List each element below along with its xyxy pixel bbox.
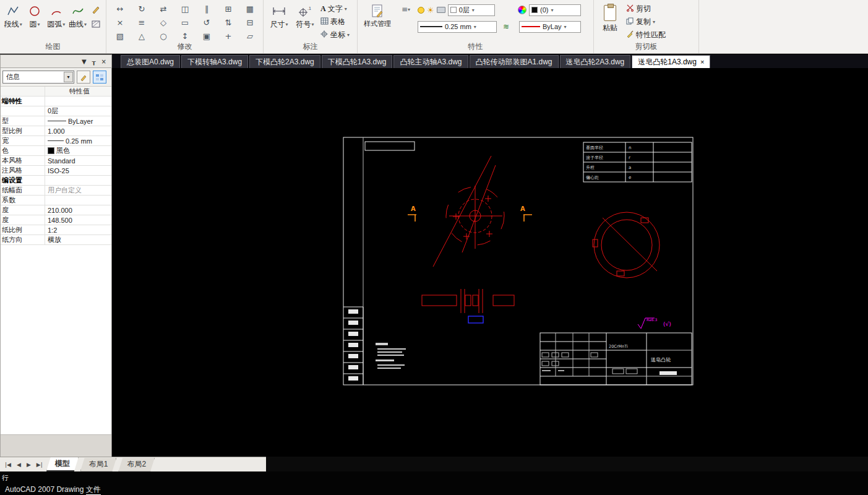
property-value[interactable]: 0层 [45, 106, 111, 116]
document-tab[interactable]: 下模凸轮1A3.dwg [322, 55, 393, 68]
linetype-select[interactable]: ByLay ▾ [519, 21, 581, 33]
modify-tool[interactable]: × [110, 16, 131, 29]
document-tab[interactable]: 下模凸轮2A3.dwg [249, 55, 320, 68]
revision-strip[interactable] [343, 307, 363, 385]
modify-tool[interactable]: △ [131, 30, 152, 43]
style-manager-button[interactable]: 样式管理 [361, 1, 394, 33]
property-value[interactable]: ByLayer [45, 116, 111, 126]
modify-tool-icon: ⇄ [160, 4, 167, 14]
coordinate-tool[interactable]: 坐标▾ [319, 29, 351, 40]
modify-tool[interactable]: + [218, 30, 239, 43]
text-tool[interactable]: A 文字▾ [319, 3, 351, 14]
modify-tool[interactable]: ▧ [110, 30, 131, 43]
document-tab[interactable]: 送皂凸轮1A3.dwg × [632, 55, 710, 68]
lineweight-select[interactable]: 0.25 mm ▾ [418, 21, 497, 33]
modify-tool[interactable]: ≡ [131, 16, 152, 29]
color-wheel-icon[interactable] [518, 6, 526, 14]
modify-tool[interactable]: ○ [153, 30, 174, 43]
polyline-tool[interactable]: 段线▾ [3, 1, 24, 30]
modify-tool[interactable]: ◇ [153, 16, 174, 29]
table-tool[interactable]: 表格 [319, 16, 351, 27]
drawing-canvas[interactable]: 基圆半径 n 滚子半径 r 升程 a 偏心距 e [112, 68, 868, 457]
tab-layout1[interactable]: 布局1 [80, 458, 117, 471]
selection-combo[interactable]: 信息 ▾ [2, 71, 74, 84]
document-tab[interactable]: 凸轮传动部装图A1.dwg [470, 55, 559, 68]
property-value[interactable] [45, 176, 111, 185]
palette-pin-icon[interactable]: ┰ [92, 58, 96, 65]
layer-select[interactable]: 0层 ▾ [448, 4, 495, 16]
property-value[interactable]: 特性值 [45, 87, 111, 96]
modify-tool[interactable]: ⊟ [239, 16, 260, 29]
palette-close-icon[interactable]: × [101, 58, 106, 65]
property-value[interactable]: 1:2 [45, 225, 111, 235]
modify-tool[interactable]: ↺ [196, 16, 217, 29]
color-select[interactable]: (0) ▾ [529, 4, 581, 16]
modify-tool[interactable]: ↻ [131, 2, 152, 15]
modify-tool[interactable]: ⇅ [218, 16, 239, 29]
technical-notes[interactable] [376, 343, 406, 369]
property-value[interactable]: 0.25 mm [45, 136, 111, 145]
match-properties-button[interactable]: 特性匹配 [624, 29, 668, 40]
modify-tool[interactable]: ▣ [196, 30, 217, 43]
document-tab[interactable]: 送皂凸轮2A3.dwg [560, 55, 631, 68]
palette-collapse-icon[interactable]: ▼ [82, 58, 87, 65]
property-value[interactable]: 148.500 [45, 215, 111, 225]
modify-tool[interactable]: ⇄ [153, 2, 174, 15]
tab-close-icon[interactable]: × [700, 58, 704, 66]
document-tab[interactable]: 下模转轴A3.dwg [181, 55, 248, 68]
symbol-tool[interactable]: .1 符号▾ [293, 1, 317, 30]
edit-properties-button[interactable] [77, 71, 90, 84]
circle-tool[interactable]: 圆▾ [25, 1, 45, 30]
document-tab[interactable]: 总装图A0.dwg [121, 55, 180, 68]
layout-tab-strip: |◀ ◀ ▶ ▶| 模型 布局1 布局2 [0, 457, 266, 471]
property-value[interactable]: 用户自定义 [45, 186, 111, 195]
property-value[interactable]: 黑色 [45, 146, 111, 155]
multiline-icon[interactable]: ≋ [499, 20, 513, 33]
prev-tab-button[interactable]: ◀ [15, 462, 23, 468]
pencil-icon[interactable] [89, 3, 103, 15]
spline-tool[interactable]: 曲线▾ [67, 1, 88, 30]
property-value[interactable]: 1.000 [45, 126, 111, 136]
command-line-text[interactable]: 行 [2, 473, 9, 483]
style-menu-icon[interactable]: ≡▾ [399, 3, 413, 15]
layer-thaw-icon[interactable]: ☀ [427, 6, 434, 15]
document-tab[interactable]: 凸轮主动轴A3.dwg [393, 55, 468, 68]
layer-settings-button[interactable] [93, 71, 106, 84]
modify-tool[interactable]: ▦ [239, 2, 260, 15]
property-value[interactable]: ISO-25 [45, 166, 111, 175]
property-value[interactable] [45, 196, 111, 205]
cam-parameter-table[interactable]: 基圆半径 n 滚子半径 r 升程 a 偏心距 e [583, 142, 692, 182]
surface-roughness-symbols[interactable]: Ra6.3 (√) [638, 317, 671, 329]
dimension-tool[interactable]: 尺寸▾ [267, 1, 291, 30]
cam-front-view[interactable] [433, 156, 504, 267]
paste-button[interactable]: 粘贴 [597, 1, 623, 33]
copy-button[interactable]: 复制▾ [624, 16, 668, 27]
property-value[interactable]: 横放 [45, 235, 111, 244]
layer-print-icon[interactable] [437, 7, 445, 13]
property-value[interactable] [45, 97, 111, 106]
modify-tool[interactable]: ▱ [239, 30, 260, 43]
hatch-icon[interactable] [89, 18, 103, 30]
modify-tool[interactable]: ⊞ [218, 2, 239, 15]
property-value[interactable]: Standard [45, 156, 111, 165]
tab-layout2[interactable]: 布局2 [118, 458, 155, 471]
tab-model[interactable]: 模型 [46, 457, 79, 471]
property-value[interactable]: 210.000 [45, 205, 111, 215]
drawing-frame[interactable] [343, 137, 693, 385]
modify-tool[interactable]: ∥ [196, 2, 217, 15]
modify-tool[interactable]: ↕ [174, 30, 196, 43]
cam-ring-view[interactable] [593, 212, 660, 278]
cad-application-window: 段线▾ 圆▾ 圆弧▾ [0, 0, 868, 495]
modify-tool[interactable]: ▭ [174, 16, 196, 29]
first-tab-button[interactable]: |◀ [3, 462, 13, 468]
next-tab-button[interactable]: ▶ [25, 462, 33, 468]
modify-tool[interactable]: ↔ [110, 2, 131, 15]
arc-tool[interactable]: 圆弧▾ [46, 1, 67, 30]
cut-button[interactable]: 剪切 [624, 3, 668, 14]
cam-section-view[interactable] [422, 289, 514, 323]
modify-tool[interactable]: ◫ [174, 2, 196, 15]
title-block[interactable]: 20CrMnTi 送皂凸轮 [540, 333, 692, 385]
layer-on-icon[interactable] [418, 7, 424, 14]
last-tab-button[interactable]: ▶| [35, 462, 45, 468]
combo-dropdown-icon[interactable]: ▾ [64, 72, 73, 82]
